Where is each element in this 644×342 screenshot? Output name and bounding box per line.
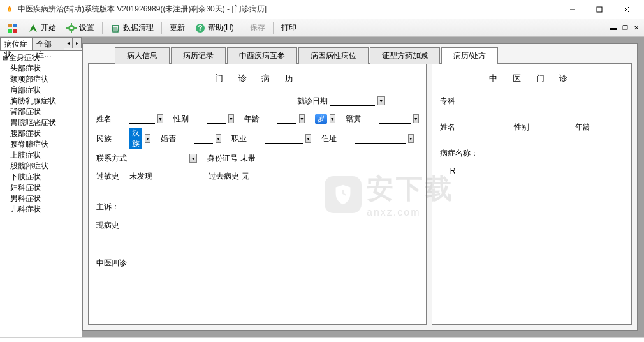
doc-tab[interactable]: 病人信息 [115,47,170,64]
mdi-close-button[interactable]: ✕ [631,23,641,33]
name-field[interactable] [129,114,155,124]
age-label: 年龄 [244,114,275,124]
nation-value[interactable]: 汉族 [129,128,142,149]
tree-item[interactable]: 头部症状 [1,63,80,74]
tree-item[interactable]: 背部症状 [1,107,80,117]
record-panel-title: 门 诊 病 历 [96,69,418,92]
dropdown-icon[interactable]: ▼ [157,114,163,123]
sex-label: 性别 [173,114,204,124]
symptom-tree[interactable]: 全身症状 头部症状颈项部症状肩部症状胸胁乳腺症状背部症状胃脘呕恶症状腹部症状腰脊… [0,51,82,337]
start-button[interactable]: 开始 [23,21,61,34]
svg-rect-1 [597,7,602,12]
allergy-value: 未发现 [129,171,206,182]
sidebar-tab-location[interactable]: 病位症状 [0,37,33,50]
occupation-field[interactable] [265,133,303,144]
grid-icon [8,23,18,33]
help-button[interactable]: ? 帮助(H) [190,21,239,34]
bottom-border [0,337,644,342]
dropdown-icon[interactable]: ▼ [228,114,234,123]
start-label: 开始 [41,22,56,33]
svg-text:?: ? [198,24,202,33]
main-toolbar: 开始 设置 数据清理 更新 ? 帮助(H) 保存 打印 ▬ ❐ ✕ [0,19,644,37]
tree-item[interactable]: 胸胁乳腺症状 [1,96,80,107]
dropdown-icon[interactable]: ▼ [145,134,150,143]
tree-item[interactable]: 妇科症状 [1,182,80,193]
age-field[interactable] [277,114,296,124]
idno-label: 身份证号 [207,153,238,164]
svg-rect-5 [13,24,17,27]
sex-field[interactable] [207,114,226,124]
svg-rect-6 [8,29,12,33]
save-label: 保存 [250,22,265,33]
tree-item[interactable]: 腹部症状 [1,128,80,139]
mdi-minimize-button[interactable]: ▬ [608,23,618,33]
tree-item[interactable]: 下肢症状 [1,172,80,182]
marriage-field[interactable] [194,133,213,144]
tree-item[interactable]: 上肢症状 [1,150,80,161]
svg-rect-7 [13,29,17,33]
help-icon: ? [195,23,205,33]
dropdown-icon[interactable]: ▼ [216,134,221,143]
dropdown-icon[interactable]: ▼ [330,114,335,123]
native-field[interactable] [379,114,411,124]
doc-tab[interactable]: 中西疾病互参 [227,47,297,64]
dropdown-icon[interactable]: ▼ [299,114,305,123]
visit-date-field[interactable] [330,96,375,106]
minimize-button[interactable] [560,2,585,17]
tree-item[interactable]: 胃脘呕恶症状 [1,117,80,128]
tree-item[interactable]: 儿科症状 [1,204,80,215]
tree-item[interactable]: 肩部症状 [1,85,80,96]
past-label: 过去病史 [209,171,239,182]
past-value: 无 [242,171,249,182]
idno-value: 未带 [240,153,256,164]
occupation-label: 职业 [231,133,262,144]
settings-label: 设置 [79,22,94,33]
save-button[interactable]: 保存 [245,21,270,34]
update-button[interactable]: 更新 [165,21,190,34]
marriage-label: 婚否 [161,133,191,144]
doc-tab[interactable]: 病因病性病位 [298,47,369,64]
toolbar-extra-button[interactable] [3,22,23,34]
r-sex-label: 性别 [514,122,545,133]
tree-item[interactable]: 股髋部症状 [1,161,80,172]
dropdown-icon[interactable]: ▼ [377,96,385,105]
dept-label: 专科 [440,96,471,107]
tab-scroll-left-button[interactable]: ◂ [64,37,73,48]
dropdown-icon[interactable]: ▼ [413,114,419,123]
doc-tab[interactable]: 病历/处方 [441,47,498,64]
address-field[interactable] [355,133,406,144]
close-button[interactable] [613,2,639,17]
sidebar-tab-all[interactable]: 全部症… [32,37,64,50]
title-bar: 中医疾病辨治(辅助)系统版本 V201926989((未注册)剩余30天) - … [0,0,644,19]
hpi-label: 现病史 [96,216,418,235]
dropdown-icon[interactable]: ▼ [189,154,197,163]
dropdown-icon[interactable]: ▼ [408,134,414,143]
tree-item[interactable]: 颈项部症状 [1,74,80,85]
print-button[interactable]: 打印 [276,21,302,34]
update-label: 更新 [170,22,185,33]
contact-field[interactable] [129,153,187,163]
help-label: 帮助(H) [208,22,234,33]
allergy-label: 过敏史 [96,171,127,182]
doc-tab[interactable]: 病历记录 [171,47,226,64]
svg-rect-4 [8,24,12,27]
toolbar-separator [102,22,103,34]
tab-scroll-right-button[interactable]: ▸ [73,37,82,48]
toolbar-separator [161,22,162,34]
cleanup-button[interactable]: 数据清理 [105,21,159,34]
name-label: 姓名 [96,114,127,124]
rx-label: R [440,163,624,179]
sidebar-tabs: 病位症状 全部症… ◂ ▸ [0,37,82,51]
mdi-restore-button[interactable]: ❐ [620,23,630,33]
tree-item[interactable]: 男科症状 [1,193,80,204]
print-label: 打印 [281,22,296,33]
document-tabs: 病人信息病历记录中西疾病互参病因病性病位证型方药加减病历/处方 [83,44,637,63]
maximize-button[interactable] [587,2,612,17]
settings-button[interactable]: 设置 [61,21,99,34]
dropdown-icon[interactable]: ▼ [305,134,311,143]
doc-tab[interactable]: 证型方药加减 [370,47,440,64]
visit-date-label: 就诊日期 [297,96,328,107]
tree-root[interactable]: 全身症状 [1,52,80,63]
address-label: 住址 [321,133,352,144]
tree-item[interactable]: 腰脊腑症状 [1,139,80,150]
